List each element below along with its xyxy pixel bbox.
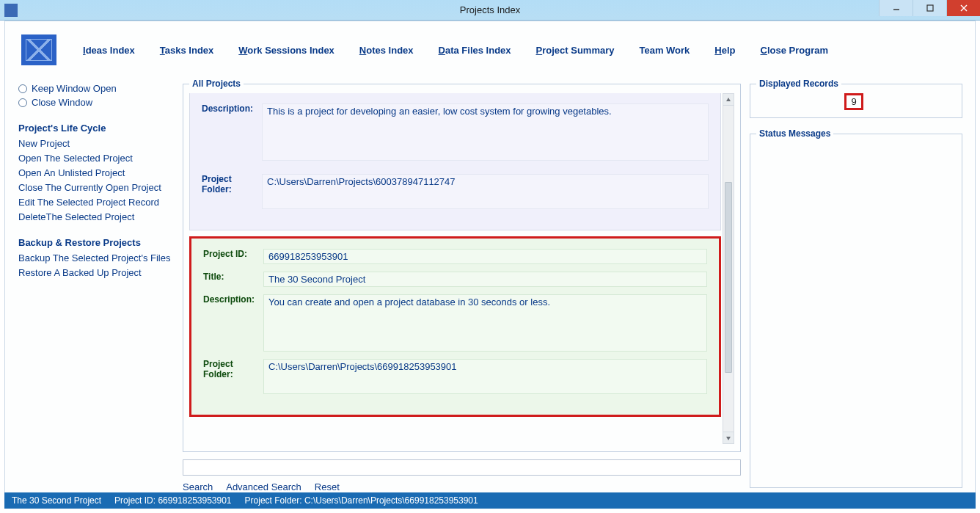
value-description: This is a project for developing an easi… (262, 103, 709, 161)
app-icon (4, 4, 18, 17)
link-open-unlisted[interactable]: Open An Unlisted Project (18, 167, 174, 178)
projects-list: Description: This is a project for devel… (189, 93, 734, 444)
link-backup-files[interactable]: Backup The Selected Project's Files (18, 252, 174, 263)
scroll-thumb[interactable] (725, 182, 732, 373)
link-new-project[interactable]: New Project (18, 138, 174, 149)
status-messages-group: Status Messages (750, 128, 962, 488)
menu-work-sessions[interactable]: Work Sessions Index (238, 45, 334, 56)
status-title: The 30 Second Project (12, 495, 101, 506)
menu-ideas[interactable]: Ideas Index (83, 45, 135, 56)
svg-marker-5 (726, 437, 731, 440)
scroll-down-icon[interactable] (723, 432, 734, 443)
main-column: All Projects Description: This is a proj… (183, 79, 741, 492)
content-row: Keep Window Open Close Window Project's … (5, 79, 975, 492)
search-links: Search Advanced Search Reset (183, 481, 741, 492)
displayed-records-count: 9 (844, 93, 863, 110)
window-buttons (879, 0, 980, 16)
link-edit-selected[interactable]: Edit The Selected Project Record (18, 197, 174, 208)
radio-keep-window-open[interactable]: Keep Window Open (18, 83, 174, 94)
svg-marker-4 (726, 98, 731, 101)
label-description: Description: (202, 103, 262, 161)
value-project-id: 669918253953901 (263, 249, 707, 264)
link-search[interactable]: Search (183, 481, 213, 492)
right-column: Displayed Records 9 Status Messages (750, 79, 962, 488)
label-description: Description: (203, 294, 263, 352)
link-open-selected[interactable]: Open The Selected Project (18, 153, 174, 164)
displayed-records-group: Displayed Records 9 (750, 79, 962, 118)
sidebar: Keep Window Open Close Window Project's … (18, 79, 174, 282)
status-project-id: Project ID: 669918253953901 (114, 495, 231, 506)
maximize-button[interactable] (913, 0, 946, 16)
app-logo (21, 34, 56, 65)
scroll-up-icon[interactable] (723, 94, 734, 106)
window-title: Projects Index (0, 4, 980, 15)
menu-team-work[interactable]: Team Work (639, 45, 690, 56)
project-card-selected[interactable]: Project ID: 669918253953901 Title: The 3… (189, 236, 721, 417)
inner-frame: Ideas Index Tasks Index Work Sessions In… (4, 21, 976, 509)
displayed-records-legend: Displayed Records (756, 79, 841, 89)
link-close-current[interactable]: Close The Currently Open Project (18, 182, 174, 193)
project-card[interactable]: Description: This is a project for devel… (189, 93, 721, 230)
label-project-id: Project ID: (203, 249, 263, 264)
menubar: Ideas Index Tasks Index Work Sessions In… (5, 21, 975, 79)
status-folder: Project Folder: C:\Users\Darren\Projects… (245, 495, 478, 506)
titlebar: Projects Index (0, 0, 980, 21)
menu-project-summary[interactable]: Project Summary (536, 45, 615, 56)
label-folder: Project Folder: (202, 174, 262, 209)
radio-icon (18, 98, 27, 107)
menu-close-program[interactable]: Close Program (761, 45, 828, 56)
link-restore[interactable]: Restore A Backed Up Project (18, 267, 174, 278)
menu-help[interactable]: Help (714, 45, 735, 56)
label-folder: Project Folder: (203, 359, 263, 394)
svg-rect-1 (927, 5, 933, 11)
link-delete-selected[interactable]: DeleteThe Selected Project (18, 211, 174, 222)
statusbar: The 30 Second Project Project ID: 669918… (4, 492, 976, 509)
all-projects-legend: All Projects (189, 79, 244, 89)
link-advanced-search[interactable]: Advanced Search (226, 481, 301, 492)
menu-notes[interactable]: Notes Index (359, 45, 414, 56)
link-reset[interactable]: Reset (315, 481, 340, 492)
value-folder: C:\Users\Darren\Projects\669918253953901 (263, 359, 707, 394)
section-life-cycle: Project's Life Cycle (18, 123, 174, 134)
value-title: The 30 Second Project (263, 272, 707, 287)
section-backup: Backup & Restore Projects (18, 237, 174, 248)
close-button[interactable] (946, 0, 980, 16)
menu-tasks[interactable]: Tasks Index (160, 45, 213, 56)
search-input[interactable] (183, 459, 741, 476)
menu-data-files[interactable]: Data Files Index (439, 45, 511, 56)
all-projects-group: All Projects Description: This is a proj… (183, 79, 741, 452)
status-messages-legend: Status Messages (756, 128, 833, 139)
value-description: You can create and open a project databa… (263, 294, 707, 352)
radio-close-window[interactable]: Close Window (18, 97, 174, 108)
radio-icon (18, 84, 27, 93)
value-folder: C:\Users\Darren\Projects\600378947112747 (262, 174, 709, 209)
label-title: Title: (203, 272, 263, 287)
minimize-button[interactable] (879, 0, 913, 16)
scrollbar[interactable] (723, 93, 734, 444)
